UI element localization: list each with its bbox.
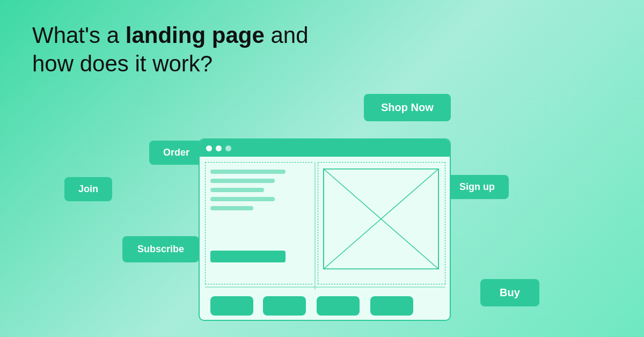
subscribe-button[interactable]: Subscribe [122, 236, 199, 262]
page-title: What's a landing page and how does it wo… [32, 21, 333, 78]
wireframe-cta-bar [210, 251, 286, 262]
content-line-4 [210, 197, 275, 201]
wireframe-horizontal-divider [205, 287, 445, 288]
join-button[interactable]: Join [64, 177, 112, 201]
wireframe-mockup [199, 138, 451, 321]
content-lines-group [210, 170, 286, 210]
order-button[interactable]: Order [149, 141, 203, 165]
browser-dot-3 [225, 145, 231, 151]
content-line-3 [210, 188, 264, 192]
wireframe-card-1 [210, 296, 253, 316]
shop-now-button[interactable]: Shop Now [364, 94, 451, 121]
wireframe-card-4 [370, 296, 413, 316]
content-line-1 [210, 170, 286, 174]
browser-dot-1 [206, 145, 212, 151]
wireframe-vertical-divider [314, 162, 316, 290]
content-line-5 [210, 206, 253, 210]
title-area: What's a landing page and how does it wo… [32, 21, 333, 78]
wireframe-image-placeholder [323, 169, 439, 269]
wireframe-card-2 [263, 296, 306, 316]
buy-button[interactable]: Buy [480, 279, 539, 306]
browser-titlebar [200, 140, 450, 157]
browser-dot-2 [216, 145, 222, 151]
content-line-2 [210, 179, 275, 183]
sign-up-button[interactable]: Sign up [445, 175, 509, 199]
wireframe-card-3 [317, 296, 360, 316]
